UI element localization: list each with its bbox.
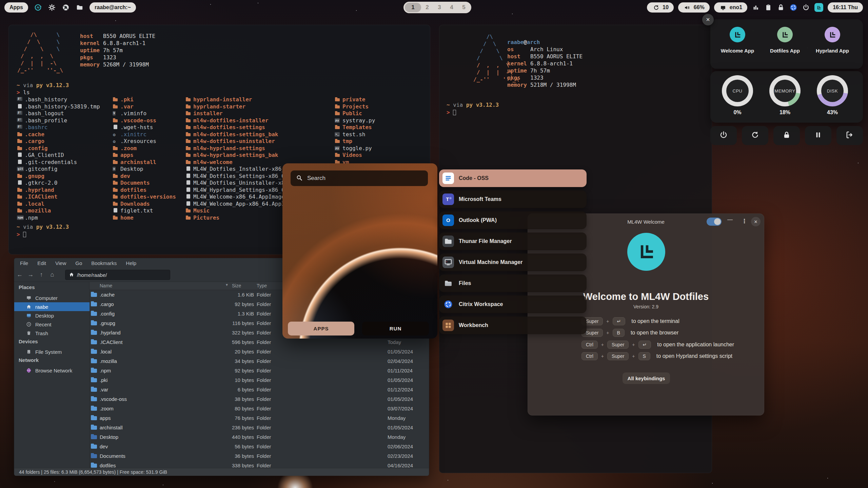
sidebar-item-computer[interactable]: Computer <box>14 293 90 302</box>
sidebar-item-desktop[interactable]: Desktop <box>14 311 90 320</box>
ls-entry[interactable]: ml4w-dotfiles-installer <box>185 117 327 124</box>
menu-edit[interactable]: Edit <box>37 260 46 266</box>
workspace-4[interactable]: 4 <box>446 4 458 11</box>
back-icon[interactable]: ← <box>14 271 25 278</box>
prompt-cursor-line[interactable]: > <box>447 109 456 116</box>
file-row[interactable]: .npm92 bytesFolder01/11/2024 <box>90 366 430 376</box>
column-size[interactable]: Size <box>232 283 241 288</box>
logout-button[interactable] <box>836 126 863 145</box>
sidebar-item-file-system[interactable]: File System <box>14 347 90 356</box>
reboot-button[interactable] <box>742 126 768 145</box>
folder-icon[interactable] <box>76 3 84 12</box>
ls-entry[interactable]: .bash_logout <box>17 110 100 117</box>
ai-icon[interactable]: AI <box>34 3 42 12</box>
sort-icon[interactable]: ▼ <box>225 283 229 287</box>
close-icon[interactable]: ✕ <box>751 217 761 226</box>
ls-entry[interactable]: .cache <box>17 131 100 138</box>
ls-entry[interactable]: .local <box>17 201 100 208</box>
workspace-5[interactable]: 5 <box>458 4 470 11</box>
ls-entry[interactable]: .zoom <box>112 145 176 152</box>
ls-entry[interactable]: ml4w-dotfiles-settings_bak <box>185 131 327 138</box>
menu-file[interactable]: File <box>20 260 28 266</box>
clock[interactable]: 16:11 Thu <box>828 2 863 13</box>
file-row[interactable]: archinstall236 bytesFolder01/05/2024 <box>90 423 430 433</box>
file-row[interactable]: .ICAClient596 bytesFolderToday <box>90 338 430 347</box>
file-row[interactable]: .var6 bytesFolder01/12/2024 <box>90 385 430 395</box>
file-row[interactable]: .mozilla34 bytesFolder02/04/2024 <box>90 357 430 366</box>
column-name[interactable]: Name <box>100 283 112 288</box>
ls-entry[interactable]: .var <box>112 103 176 110</box>
ls-entry[interactable]: dev <box>112 173 176 180</box>
apps-button[interactable]: Apps <box>4 2 28 13</box>
ls-entry[interactable]: hyprland-starter <box>185 103 327 110</box>
ls-entry[interactable]: npm.npm <box>17 215 100 222</box>
tab-apps[interactable]: APPS <box>288 322 354 336</box>
power-icon[interactable] <box>802 3 810 12</box>
ls-entry[interactable]: git.gitconfig <box>17 166 100 173</box>
ls-entry[interactable]: .bashrc <box>17 124 100 131</box>
workspace-2[interactable]: 2 <box>421 4 433 11</box>
ls-entry[interactable]: hyprland-installer <box>185 96 327 103</box>
volume-indicator[interactable]: 66% <box>678 2 710 13</box>
forward-icon[interactable]: → <box>25 271 36 278</box>
file-row[interactable]: dotfiles338 bytesFolder04/16/2024 <box>90 461 430 468</box>
ls-entry[interactable]: .xinitrc <box>112 131 176 138</box>
menu-view[interactable]: View <box>55 260 66 266</box>
ls-entry[interactable]: .git-credentials <box>17 159 100 166</box>
lock-big-button[interactable] <box>773 126 800 145</box>
ls-entry[interactable]: tmp <box>334 138 375 145</box>
file-row[interactable]: .pki10 bytesFolder01/05/2024 <box>90 376 430 385</box>
ls-entry[interactable]: home <box>112 215 176 222</box>
ls-entry[interactable]: Downloads <box>112 201 176 208</box>
ls-entry[interactable]: .gtkrc-2.0 <box>17 180 100 187</box>
sidebar-item-recent[interactable]: Recent <box>14 320 90 329</box>
ls-entry[interactable]: .GA_ClientID <box>17 152 100 159</box>
ls-entry[interactable]: ml4w-hyprland-settings <box>185 145 327 152</box>
ls-entry[interactable]: installer <box>185 110 327 117</box>
ls-entry[interactable]: pysystray.py <box>334 117 375 124</box>
ls-entry[interactable]: .bash_profile <box>17 117 100 124</box>
app-item-code-oss[interactable]: Code - OSS <box>439 169 587 187</box>
ls-entry[interactable]: Documents <box>112 180 176 187</box>
app-item-virtual-machine-manager[interactable]: Virtual Machine Manager <box>439 253 587 271</box>
ls-entry[interactable]: .config <box>17 145 100 152</box>
minimize-icon[interactable]: — <box>727 217 733 223</box>
ls-entry[interactable]: .gnupg <box>17 173 100 180</box>
sidebar-item-trash[interactable]: Trash <box>14 329 90 338</box>
app-item-thunar-file-manager[interactable]: Thunar File Manager <box>439 232 587 250</box>
workspace-3[interactable]: 3 <box>433 4 446 11</box>
ls-entry[interactable]: pytoggle.py <box>334 145 375 152</box>
file-row[interactable]: Desktop440 bytesFolderMonday <box>90 433 430 442</box>
ls-entry[interactable]: Public <box>334 110 375 117</box>
chrome-icon[interactable] <box>62 3 70 12</box>
app-item-workbench[interactable]: Workbench <box>439 317 587 334</box>
updates-indicator[interactable]: 10 <box>647 2 674 13</box>
file-row[interactable]: dev56 bytesFolder02/06/2024 <box>90 442 430 452</box>
lock-icon[interactable] <box>777 3 785 12</box>
ls-entry[interactable]: V.viminfo <box>112 110 176 117</box>
ls-entry[interactable]: Templates <box>334 124 375 131</box>
ls-entry[interactable]: .bash_history-53819.tmp <box>17 103 100 110</box>
ls-entry[interactable]: ml4w-dotfiles-settings <box>185 124 327 131</box>
ls-entry[interactable]: .bash_history <box>17 96 100 103</box>
ls-entry[interactable]: .wget-hsts <box>112 124 176 131</box>
ls-entry[interactable]: dotfiles-versions <box>112 194 176 201</box>
suspend-button[interactable] <box>805 126 831 145</box>
ls-entry[interactable]: figlet.txt <box>112 207 176 215</box>
file-row[interactable]: .zoom80 bytesFolder03/07/2024 <box>90 404 430 414</box>
widget-app-dotfiles-app[interactable]: Dotfiles App <box>761 19 809 54</box>
app-item-citrix-workspace[interactable]: Citrix Workspace <box>439 296 587 313</box>
app-item-files[interactable]: Files <box>439 274 587 292</box>
path-bar[interactable]: /home/raabe/ <box>65 270 170 280</box>
up-icon[interactable]: ↑ <box>36 271 47 278</box>
citrix-icon[interactable] <box>789 3 797 12</box>
app-item-outlook-pwa-[interactable]: OOutlook (PWA) <box>439 211 587 229</box>
clipboard-icon[interactable] <box>764 3 772 12</box>
app-item-microsoft-teams[interactable]: TMicrosoft Teams <box>439 190 587 208</box>
widget-app-welcome-app[interactable]: Welcome App <box>714 19 761 54</box>
ls-entry[interactable]: .vscode-oss <box>112 117 176 124</box>
search-input[interactable] <box>307 175 416 182</box>
file-row[interactable]: apps76 bytesFolderMonday <box>90 414 430 423</box>
ls-entry[interactable]: private <box>334 96 375 103</box>
active-window-title[interactable]: raabe@arch:~ <box>90 2 136 13</box>
